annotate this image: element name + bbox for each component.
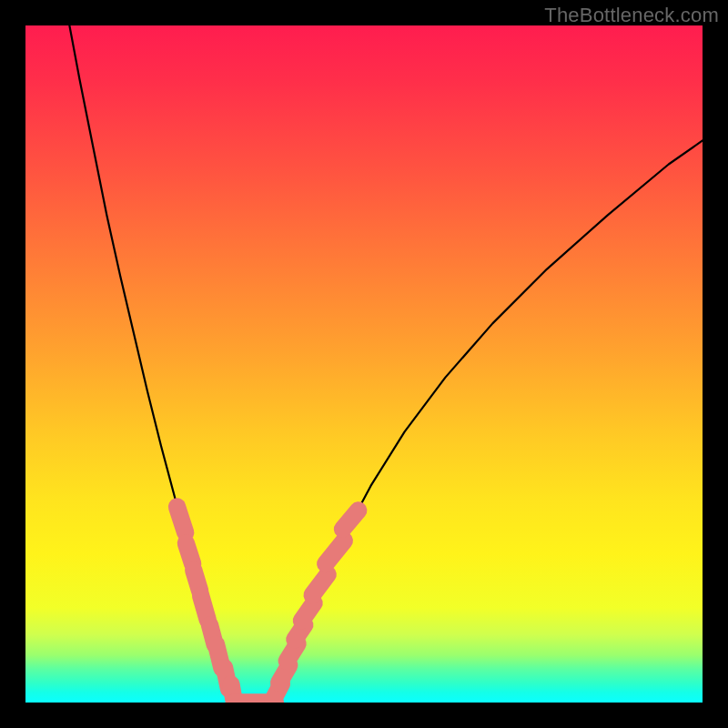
plot-area <box>25 25 703 703</box>
bottleneck-curve <box>69 25 703 703</box>
data-marker <box>301 603 314 622</box>
data-marker <box>312 574 328 595</box>
chart-frame: TheBottleneck.com <box>0 0 728 728</box>
curve-layer <box>25 25 703 703</box>
watermark-text: TheBottleneck.com <box>544 4 719 27</box>
data-marker <box>326 541 345 563</box>
data-marker <box>177 507 186 532</box>
data-marker <box>343 511 359 530</box>
data-marker <box>201 595 208 620</box>
data-marker <box>186 543 192 564</box>
